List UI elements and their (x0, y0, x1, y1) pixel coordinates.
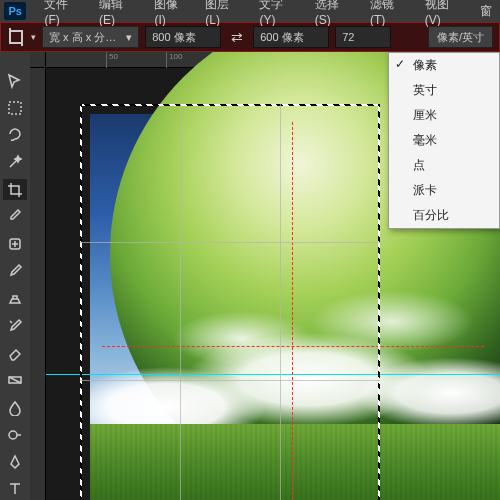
unit-option[interactable]: 毫米 (389, 128, 499, 153)
crop-grid (80, 104, 380, 500)
magic-wand-tool[interactable] (3, 152, 27, 173)
menu-image[interactable]: 图像(I) (146, 0, 195, 29)
pen-tool[interactable] (3, 452, 27, 473)
blur-tool[interactable] (3, 397, 27, 418)
menu-layer[interactable]: 图层(L) (197, 0, 249, 29)
crop-tool-icon[interactable] (7, 28, 25, 46)
menu-text[interactable]: 文字(Y) (251, 0, 304, 29)
marquee-tool[interactable] (3, 97, 27, 118)
crop-selection[interactable] (80, 104, 380, 500)
ruler-origin[interactable] (30, 52, 46, 68)
crop-height-input[interactable] (253, 26, 329, 48)
gradient-tool[interactable] (3, 370, 27, 391)
eyedropper-tool[interactable] (3, 206, 27, 227)
menu-edit[interactable]: 编辑(E) (91, 0, 144, 29)
unit-option[interactable]: 英寸 (389, 78, 499, 103)
crop-edge-top[interactable] (80, 104, 380, 106)
lasso-tool[interactable] (3, 125, 27, 146)
healing-brush-tool[interactable] (3, 234, 27, 255)
ruler-tick: 50 (106, 52, 118, 68)
swap-dimensions-icon[interactable]: ⇄ (227, 29, 247, 45)
unit-option[interactable]: 百分比 (389, 203, 499, 228)
unit-dropdown-menu: 像素英寸厘米毫米点派卡百分比 (388, 52, 500, 229)
dodge-tool[interactable] (3, 424, 27, 445)
menu-bar: Ps 文件(F) 编辑(E) 图像(I) 图层(L) 文字(Y) 选择(S) 滤… (0, 0, 500, 22)
type-tool[interactable] (3, 479, 27, 500)
svg-rect-0 (9, 102, 21, 114)
brush-tool[interactable] (3, 261, 27, 282)
menu-window[interactable]: 窗 (472, 1, 500, 22)
menu-view[interactable]: 视图(V) (417, 0, 470, 29)
history-brush-tool[interactable] (3, 315, 27, 336)
unit-option[interactable]: 厘米 (389, 103, 499, 128)
tools-panel (0, 52, 30, 500)
crop-edge-right[interactable] (378, 104, 380, 500)
ruler-tick: 100 (166, 52, 182, 68)
move-tool[interactable] (3, 70, 27, 91)
app-logo: Ps (4, 2, 26, 20)
crop-width-input[interactable] (145, 26, 221, 48)
svg-point-3 (9, 431, 17, 439)
menu-filter[interactable]: 滤镜(T) (362, 0, 415, 29)
chevron-down-icon[interactable]: ▾ (31, 32, 36, 42)
crop-preset-dropdown[interactable]: 宽 x 高 x 分… (42, 26, 139, 48)
crop-tool[interactable] (3, 179, 27, 200)
menu-select[interactable]: 选择(S) (307, 0, 360, 29)
unit-option[interactable]: 像素 (389, 53, 499, 78)
unit-option[interactable]: 点 (389, 153, 499, 178)
unit-option[interactable]: 派卡 (389, 178, 499, 203)
eraser-tool[interactable] (3, 343, 27, 364)
resolution-input[interactable] (335, 26, 391, 48)
menu-file[interactable]: 文件(F) (36, 0, 89, 29)
clone-stamp-tool[interactable] (3, 288, 27, 309)
ruler-vertical[interactable] (30, 68, 46, 500)
crop-edge-left[interactable] (80, 104, 82, 500)
resolution-unit-button[interactable]: 像素/英寸 (428, 26, 493, 48)
